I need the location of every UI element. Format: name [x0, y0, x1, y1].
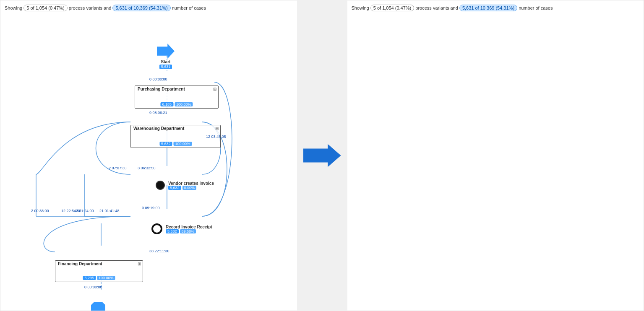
time-label-2: 12 03:45:05: [206, 135, 226, 139]
record-invoice-icon: [151, 223, 162, 234]
variants-badge: 5 of 1,054 (0.47%): [23, 5, 68, 11]
right-process-variants-text: process variants and: [415, 5, 458, 10]
financing-dept-label: Financing Department: [58, 262, 102, 266]
right-number-of-cases-text: number of cases: [519, 5, 553, 10]
record-invoice-label: Record Invoice Receipt: [166, 225, 212, 229]
time-label-7: 0 09:19:00: [142, 206, 160, 210]
process-variants-text: process variants and: [69, 5, 112, 10]
purchasing-pct: 100.00%: [175, 102, 193, 106]
warehousing-expand-icon[interactable]: ⊞: [215, 126, 219, 131]
number-of-cases-text: number of cases: [172, 5, 206, 10]
right-arrow-icon: [303, 144, 341, 167]
end-icon: [91, 302, 105, 311]
right-variants-badge: 5 of 1,054 (0.47%): [370, 5, 415, 11]
left-flow-container: Start 5,631 0 00:00:00 Purchasing Depart…: [0, 15, 297, 311]
time-label-8: 2 00:38:00: [31, 209, 49, 213]
vendor-circle-icon: [156, 181, 165, 190]
vendor-label: Vendor creates invoice: [168, 181, 214, 186]
time-label-6: 21 01:41:48: [99, 209, 120, 213]
record-invoice-node: Record Invoice Receipt 5,632 69.58%: [151, 223, 212, 234]
warehousing-count: 5,632: [159, 142, 172, 146]
financing-pct: 100.00%: [97, 276, 115, 280]
time-label-3: 2 07:07:30: [109, 166, 127, 170]
right-panel: Showing 5 of 1,054 (0.47%) process varia…: [347, 0, 644, 311]
record-invoice-pct: 69.58%: [180, 229, 196, 233]
cases-badge: 5,631 of 10,369 (54.31%): [112, 5, 170, 11]
vendor-count: 5,632: [168, 186, 181, 190]
time-label-9: 12 22:54:50: [61, 209, 81, 213]
time-label-0: 0 00:00:00: [149, 77, 167, 81]
record-invoice-count: 5,632: [166, 229, 179, 233]
left-end-node: End 5,631: [91, 302, 105, 311]
left-purchasing-dept[interactable]: Purchasing Department ⊞ 6,185 100.00%: [135, 86, 219, 109]
showing-prefix: Showing: [5, 5, 22, 10]
left-financing-dept[interactable]: Financing Department ⊞ 6,295 100.00%: [55, 260, 143, 282]
time-label-11: 0 00:00:00: [84, 285, 102, 289]
start-count: 5,631: [159, 65, 172, 69]
purchasing-count: 6,185: [160, 102, 173, 106]
purchasing-expand-icon[interactable]: ⊞: [213, 87, 216, 91]
financing-count: 6,295: [83, 276, 96, 280]
left-panel: Showing 5 of 1,054 (0.47%) process varia…: [0, 0, 297, 311]
financing-expand-icon[interactable]: ⊞: [138, 262, 141, 266]
arrow-divider: [297, 0, 347, 311]
time-label-1: 9 08:06:21: [149, 111, 167, 115]
right-flow-container: Start 5,631 0 00:00:00 Purchasing Depart…: [347, 15, 644, 311]
right-showing-prefix: Showing: [352, 5, 369, 10]
time-label-4: 3 06:32:50: [138, 166, 156, 170]
left-stats-bar: Showing 5 of 1,054 (0.47%) process varia…: [5, 5, 206, 11]
purchasing-dept-label: Purchasing Department: [138, 87, 185, 91]
start-label: Start: [159, 60, 172, 65]
right-stats-bar: Showing 5 of 1,054 (0.47%) process varia…: [352, 5, 553, 11]
warehousing-pct: 100.00%: [174, 142, 192, 146]
vendor-pct: 0.00%: [183, 186, 197, 190]
time-label-10: 33 22:11:30: [149, 249, 169, 253]
start-icon: [157, 44, 175, 59]
left-start-node: Start 5,631: [157, 44, 175, 69]
right-cases-badge: 5,631 of 10,369 (54.31%): [459, 5, 517, 11]
warehousing-dept-label: Warehousing Department: [133, 126, 184, 131]
vendor-invoice-node: Vendor creates invoice 5,632 0.00%: [156, 181, 214, 190]
